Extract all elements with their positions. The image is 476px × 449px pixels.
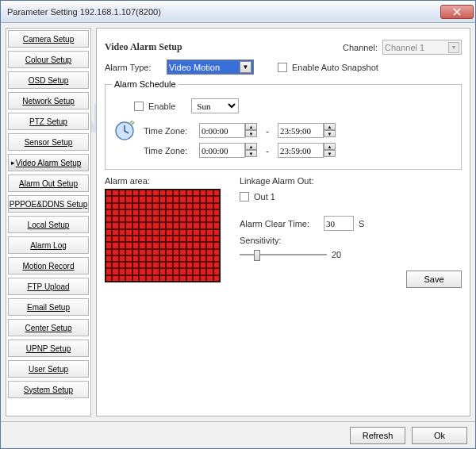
grid-cell[interactable] <box>186 190 193 196</box>
grid-cell[interactable] <box>186 255 193 262</box>
grid-cell[interactable] <box>206 255 213 262</box>
tz2-start-spinner[interactable]: ▲▼ <box>199 143 257 158</box>
grid-cell[interactable] <box>179 190 186 196</box>
grid-cell[interactable] <box>173 229 179 236</box>
grid-cell[interactable] <box>132 209 139 216</box>
grid-cell[interactable] <box>186 203 193 209</box>
grid-cell[interactable] <box>132 190 139 196</box>
grid-cell[interactable] <box>132 216 139 222</box>
refresh-button[interactable]: Refresh <box>350 427 405 444</box>
grid-cell[interactable] <box>206 262 213 268</box>
grid-cell[interactable] <box>166 275 172 282</box>
grid-cell[interactable] <box>159 209 166 216</box>
grid-cell[interactable] <box>193 275 199 282</box>
sidebar-item-camera-setup[interactable]: Camera Setup <box>8 30 89 48</box>
grid-cell[interactable] <box>139 249 145 255</box>
grid-cell[interactable] <box>132 255 139 262</box>
grid-cell[interactable] <box>193 203 199 209</box>
grid-cell[interactable] <box>206 236 213 242</box>
grid-cell[interactable] <box>173 249 179 255</box>
grid-cell[interactable] <box>125 242 132 248</box>
grid-cell[interactable] <box>119 268 125 274</box>
grid-cell[interactable] <box>152 255 159 262</box>
grid-cell[interactable] <box>206 275 213 282</box>
grid-cell[interactable] <box>106 229 112 236</box>
clear-time-input[interactable] <box>324 216 354 231</box>
grid-cell[interactable] <box>200 268 206 274</box>
grid-cell[interactable] <box>173 209 179 216</box>
grid-cell[interactable] <box>213 190 220 196</box>
grid-cell[interactable] <box>186 222 193 228</box>
grid-cell[interactable] <box>213 255 220 262</box>
grid-cell[interactable] <box>132 203 139 209</box>
grid-cell[interactable] <box>106 268 112 274</box>
grid-cell[interactable] <box>112 216 118 222</box>
grid-cell[interactable] <box>213 216 220 222</box>
grid-cell[interactable] <box>200 249 206 255</box>
grid-cell[interactable] <box>206 190 213 196</box>
tz1-start-input[interactable] <box>199 123 245 138</box>
grid-cell[interactable] <box>166 262 172 268</box>
grid-cell[interactable] <box>125 216 132 222</box>
grid-cell[interactable] <box>152 203 159 209</box>
grid-cell[interactable] <box>125 249 132 255</box>
grid-cell[interactable] <box>112 236 118 242</box>
grid-cell[interactable] <box>139 268 145 274</box>
grid-cell[interactable] <box>166 190 172 196</box>
grid-cell[interactable] <box>119 229 125 236</box>
grid-cell[interactable] <box>125 236 132 242</box>
grid-cell[interactable] <box>146 236 152 242</box>
grid-cell[interactable] <box>146 190 152 196</box>
grid-cell[interactable] <box>152 249 159 255</box>
grid-cell[interactable] <box>106 222 112 228</box>
sidebar-item-sensor-setup[interactable]: Sensor Setup <box>8 133 89 151</box>
grid-cell[interactable] <box>206 196 213 202</box>
grid-cell[interactable] <box>200 236 206 242</box>
grid-cell[interactable] <box>125 255 132 262</box>
sidebar-item-ptz-setup[interactable]: PTZ Setup <box>8 113 89 130</box>
spin-down-icon[interactable]: ▼ <box>245 130 257 137</box>
alarm-area-grid[interactable] <box>105 189 221 282</box>
grid-cell[interactable] <box>146 262 152 268</box>
grid-cell[interactable] <box>186 216 193 222</box>
grid-cell[interactable] <box>132 229 139 236</box>
grid-cell[interactable] <box>146 229 152 236</box>
grid-cell[interactable] <box>206 242 213 248</box>
grid-cell[interactable] <box>166 222 172 228</box>
tz1-end-spinner[interactable]: ▲▼ <box>278 123 336 138</box>
grid-cell[interactable] <box>146 196 152 202</box>
grid-cell[interactable] <box>125 196 132 202</box>
grid-cell[interactable] <box>106 190 112 196</box>
sidebar-item-email-setup[interactable]: Email Setup <box>8 298 89 316</box>
grid-cell[interactable] <box>119 262 125 268</box>
grid-cell[interactable] <box>112 255 118 262</box>
grid-cell[interactable] <box>159 196 166 202</box>
grid-cell[interactable] <box>106 255 112 262</box>
grid-cell[interactable] <box>152 216 159 222</box>
tz1-end-input[interactable] <box>278 123 324 138</box>
tz1-start-spinner[interactable]: ▲▼ <box>199 123 257 138</box>
grid-cell[interactable] <box>132 262 139 268</box>
grid-cell[interactable] <box>112 262 118 268</box>
grid-cell[interactable] <box>186 209 193 216</box>
grid-cell[interactable] <box>179 209 186 216</box>
grid-cell[interactable] <box>112 196 118 202</box>
grid-cell[interactable] <box>166 196 172 202</box>
grid-cell[interactable] <box>200 222 206 228</box>
tz2-end-spinner[interactable]: ▲▼ <box>278 143 336 158</box>
grid-cell[interactable] <box>206 216 213 222</box>
grid-cell[interactable] <box>166 229 172 236</box>
grid-cell[interactable] <box>200 275 206 282</box>
grid-cell[interactable] <box>213 242 220 248</box>
grid-cell[interactable] <box>146 275 152 282</box>
grid-cell[interactable] <box>179 229 186 236</box>
save-button[interactable]: Save <box>406 271 462 288</box>
grid-cell[interactable] <box>112 229 118 236</box>
grid-cell[interactable] <box>179 216 186 222</box>
grid-cell[interactable] <box>106 249 112 255</box>
grid-cell[interactable] <box>106 242 112 248</box>
sidebar-item-network-setup[interactable]: Network Setup <box>8 92 89 109</box>
grid-cell[interactable] <box>112 203 118 209</box>
grid-cell[interactable] <box>173 196 179 202</box>
grid-cell[interactable] <box>139 255 145 262</box>
